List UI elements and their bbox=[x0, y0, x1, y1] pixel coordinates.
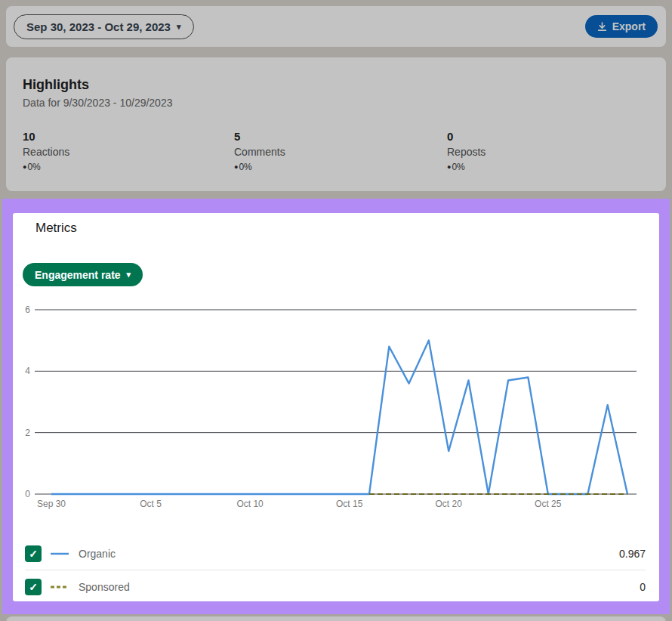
next-card-edge bbox=[6, 616, 666, 621]
highlights-title: Highlights bbox=[23, 77, 89, 93]
export-label: Export bbox=[612, 20, 646, 32]
stat-change: ●0% bbox=[23, 162, 219, 172]
stat-value: 10 bbox=[23, 130, 219, 143]
svg-text:0: 0 bbox=[25, 489, 30, 499]
highlights-card: Highlights Data for 9/30/2023 - 10/29/20… bbox=[6, 57, 666, 191]
legend-value: 0 bbox=[640, 581, 646, 593]
legend-row-organic: ✓ Organic 0.967 bbox=[25, 537, 646, 570]
chevron-down-icon: ▾ bbox=[127, 270, 131, 279]
bullet-icon: ● bbox=[447, 164, 451, 171]
export-button[interactable]: Export bbox=[585, 15, 658, 38]
download-icon bbox=[597, 22, 607, 32]
legend-value: 0.967 bbox=[619, 548, 646, 560]
checkmark-icon: ✓ bbox=[29, 581, 38, 593]
toolbar-card: Sep 30, 2023 - Oct 29, 2023 ▾ Export bbox=[6, 6, 666, 47]
svg-text:Oct 15: Oct 15 bbox=[336, 499, 363, 509]
engagement-rate-line-chart: 0246Sep 30Oct 5Oct 10Oct 15Oct 20Oct 25 bbox=[13, 298, 659, 518]
stat-label: Reactions bbox=[23, 146, 219, 158]
organic-line-swatch-icon bbox=[50, 551, 69, 557]
chevron-down-icon: ▾ bbox=[177, 23, 181, 31]
metrics-title: Metrics bbox=[35, 221, 77, 236]
legend-row-sponsored: ✓ Sponsored 0 bbox=[25, 570, 646, 603]
svg-text:Oct 10: Oct 10 bbox=[236, 499, 264, 509]
metric-selector-button[interactable]: Engagement rate ▾ bbox=[23, 263, 143, 286]
sponsored-line-swatch-icon bbox=[50, 584, 69, 590]
sponsored-checkbox[interactable]: ✓ bbox=[25, 579, 42, 595]
svg-text:6: 6 bbox=[25, 304, 30, 315]
highlights-subtitle: Data for 9/30/2023 - 10/29/2023 bbox=[23, 97, 172, 109]
bullet-icon: ● bbox=[234, 164, 238, 171]
date-range-selector[interactable]: Sep 30, 2023 - Oct 29, 2023 ▾ bbox=[14, 14, 194, 39]
stat-value: 5 bbox=[234, 130, 430, 143]
svg-text:2: 2 bbox=[25, 428, 30, 438]
stat-label: Comments bbox=[234, 146, 430, 158]
highlight-annotation: Metrics Engagement rate ▾ 0246Sep 30Oct … bbox=[2, 199, 670, 614]
stat-label: Reposts bbox=[447, 146, 643, 158]
svg-text:4: 4 bbox=[25, 366, 30, 376]
stat-change: ●0% bbox=[234, 162, 430, 172]
analytics-page: Sep 30, 2023 - Oct 29, 2023 ▾ Export Hig… bbox=[0, 0, 672, 621]
svg-text:Sep 30: Sep 30 bbox=[37, 499, 66, 509]
stat-change: ●0% bbox=[447, 162, 643, 172]
legend-label: Organic bbox=[79, 548, 116, 560]
stat-reactions: 10 Reactions ●0% bbox=[23, 130, 219, 172]
svg-text:Oct 20: Oct 20 bbox=[436, 499, 463, 509]
stat-value: 0 bbox=[447, 130, 643, 143]
date-range-label: Sep 30, 2023 - Oct 29, 2023 bbox=[26, 20, 171, 33]
checkmark-icon: ✓ bbox=[29, 548, 38, 560]
svg-text:Oct 25: Oct 25 bbox=[535, 499, 562, 509]
stat-reposts: 0 Reposts ●0% bbox=[447, 130, 643, 172]
bullet-icon: ● bbox=[23, 164, 26, 171]
organic-checkbox[interactable]: ✓ bbox=[25, 545, 42, 562]
metric-selector-label: Engagement rate bbox=[35, 269, 121, 281]
legend-label: Sponsored bbox=[79, 581, 130, 593]
chart-legend: ✓ Organic 0.967 ✓ Sponsored 0 bbox=[25, 537, 646, 603]
svg-text:Oct 5: Oct 5 bbox=[140, 499, 162, 509]
stat-comments: 5 Comments ●0% bbox=[234, 130, 430, 172]
metrics-card: Metrics Engagement rate ▾ 0246Sep 30Oct … bbox=[13, 213, 659, 601]
